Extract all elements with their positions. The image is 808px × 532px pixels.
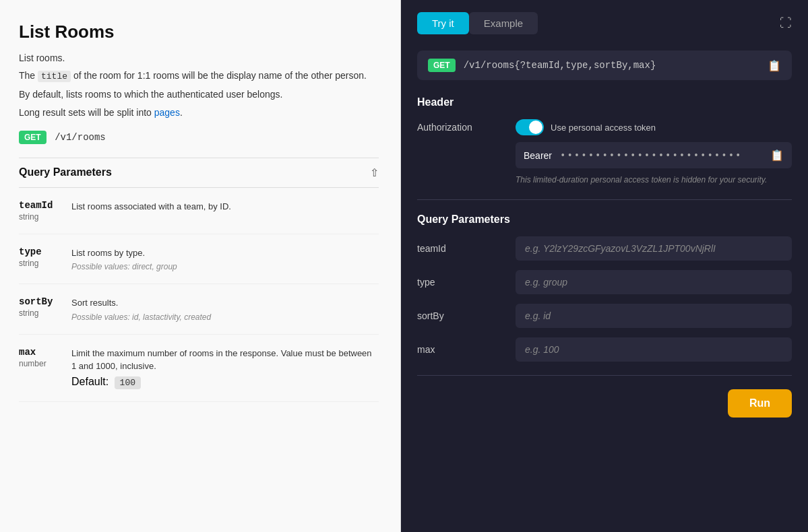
param-desc: List rooms associated with a team, by ID…: [71, 200, 379, 213]
endpoint-url: /v1/rooms: [55, 132, 106, 143]
params-list: teamId string List rooms associated with…: [19, 188, 379, 402]
tab-bar: Try it Example ⛶: [417, 12, 792, 34]
query-param-row: teamId: [417, 236, 792, 261]
query-param-label: type: [417, 277, 505, 288]
pages-post: .: [180, 107, 183, 118]
url-get-badge: GET: [428, 59, 456, 72]
query-params-title: Query Parameters: [19, 166, 112, 178]
title-code: title: [38, 71, 71, 82]
endpoint-row: GET /v1/rooms: [19, 131, 379, 144]
title-desc-post: of the room for 1:1 rooms will be the di…: [73, 70, 367, 81]
tab-try-it[interactable]: Try it: [417, 12, 469, 34]
tab-example[interactable]: Example: [469, 12, 538, 34]
param-item: type string List rooms by type. Possible…: [19, 234, 379, 285]
method-badge: GET: [19, 131, 46, 144]
param-left: teamId string: [19, 200, 71, 222]
subtitle: List rooms.: [19, 51, 379, 65]
query-param-row: max: [417, 337, 792, 362]
param-item: sortBy string Sort results. Possible val…: [19, 284, 379, 335]
query-param-row: type: [417, 270, 792, 294]
toggle-label: Use personal access token: [551, 123, 656, 133]
param-possible: Possible values: direct, group: [71, 262, 379, 271]
query-param-input[interactable]: [516, 337, 792, 362]
query-param-input[interactable]: [516, 236, 792, 261]
bearer-row: Bearer •••••••••••••••••••••••••• 📋: [516, 142, 792, 168]
param-right: Limit the maximum number of rooms in the…: [71, 347, 379, 389]
url-bar: GET /v1/rooms{?teamId,type,sortBy,max} 📋: [417, 51, 792, 80]
query-params-list: teamId type sortBy max: [417, 236, 792, 362]
param-type: string: [19, 259, 71, 268]
param-right: Sort results. Possible values: id, lasta…: [71, 296, 379, 322]
query-params-right-title: Query Parameters: [417, 213, 792, 226]
param-desc: Limit the maximum number of rooms in the…: [71, 347, 379, 373]
param-right: List rooms associated with a team, by ID…: [71, 200, 379, 222]
param-type: string: [19, 308, 71, 318]
section-divider: [417, 199, 792, 200]
query-param-label: teamId: [417, 243, 505, 254]
param-left: sortBy string: [19, 296, 71, 322]
query-params-section: Query Parameters teamId type sortBy max: [417, 213, 792, 362]
param-name: max: [19, 347, 71, 358]
param-default-label: Default:: [71, 376, 108, 387]
param-possible: Possible values: id, lastactivity, creat…: [71, 312, 379, 322]
param-name: type: [19, 246, 71, 257]
page-title: List Rooms: [19, 22, 379, 42]
bearer-token: ••••••••••••••••••••••••••: [560, 150, 765, 161]
param-type: string: [19, 212, 71, 222]
param-item: teamId string List rooms associated with…: [19, 188, 379, 234]
param-left: type string: [19, 246, 71, 272]
title-description: The title of the room for 1:1 rooms will…: [19, 68, 379, 84]
auth-row: Authorization Use personal access token …: [417, 119, 792, 186]
toggle-row: Use personal access token: [516, 119, 792, 135]
auth-controls: Use personal access token Bearer •••••••…: [516, 119, 792, 186]
param-default-value: 100: [115, 376, 141, 389]
param-item: max number Limit the maximum number of r…: [19, 335, 379, 402]
param-name: teamId: [19, 200, 71, 211]
query-param-row: sortBy: [417, 304, 792, 328]
auth-toggle[interactable]: [516, 119, 544, 135]
param-desc: List rooms by type.: [71, 246, 379, 260]
security-note: This limited-duration personal access to…: [516, 174, 792, 186]
left-panel: List Rooms List rooms. The title of the …: [0, 0, 401, 532]
pages-pre: Long result sets will be split into: [19, 107, 154, 118]
query-params-header: Query Parameters ⇧: [19, 158, 379, 188]
header-title: Header: [417, 96, 792, 108]
query-param-input[interactable]: [516, 304, 792, 328]
param-type: number: [19, 359, 71, 368]
param-right: List rooms by type. Possible values: dir…: [71, 246, 379, 272]
query-param-label: sortBy: [417, 310, 505, 321]
pages-desc: Long result sets will be split into page…: [19, 105, 379, 120]
query-param-label: max: [417, 344, 505, 355]
toggle-knob: [529, 121, 542, 134]
pages-link[interactable]: pages: [154, 107, 180, 118]
query-param-input[interactable]: [516, 270, 792, 294]
param-left: max number: [19, 347, 71, 389]
param-desc: Sort results.: [71, 296, 379, 310]
run-divider: [417, 375, 792, 376]
bearer-label: Bearer: [524, 150, 552, 161]
copy-url-icon[interactable]: 📋: [768, 59, 781, 72]
header-section: Header Authorization Use personal access…: [417, 96, 792, 186]
url-text: /v1/rooms{?teamId,type,sortBy,max}: [464, 60, 759, 71]
auth-label: Authorization: [417, 119, 505, 133]
right-panel: Try it Example ⛶ GET /v1/rooms{?teamId,t…: [401, 0, 808, 532]
copy-token-icon[interactable]: 📋: [770, 149, 784, 162]
chevron-up-icon[interactable]: ⇧: [370, 166, 379, 179]
expand-icon[interactable]: ⛶: [780, 16, 792, 30]
run-button[interactable]: Run: [728, 389, 792, 418]
default-desc: By default, lists rooms to which the aut…: [19, 87, 379, 102]
param-name: sortBy: [19, 296, 71, 307]
